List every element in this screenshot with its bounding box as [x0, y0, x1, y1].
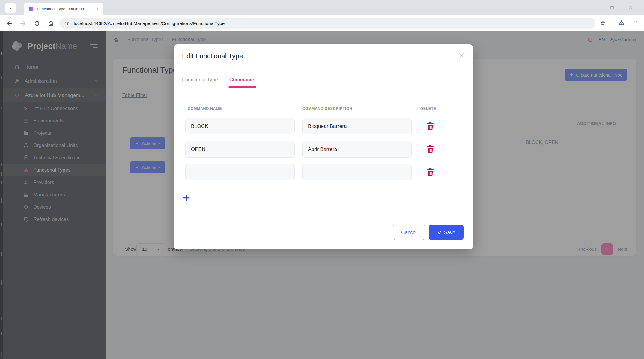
chevron-down-icon	[8, 6, 13, 11]
home-icon	[47, 20, 54, 27]
extension-logo-icon	[618, 19, 625, 27]
reload-icon	[34, 20, 40, 27]
arrow-left-icon	[6, 20, 13, 27]
window-maximize-button[interactable]	[603, 0, 621, 15]
modal-tabs: Functional Type Commands	[182, 77, 255, 83]
command-description-input[interactable]	[302, 118, 412, 134]
browser-tab-strip: Functional Type | IotDemo	[0, 0, 644, 15]
row-divider	[180, 184, 461, 184]
window-close-button[interactable]	[621, 0, 640, 15]
tab-functional-type[interactable]: Functional Type	[182, 77, 218, 83]
modal-title: Edit Functional Type	[182, 52, 243, 60]
check-icon	[437, 230, 442, 235]
edit-functional-type-modal: Edit Functional Type Functional Type Com…	[174, 44, 473, 249]
trash-icon	[426, 122, 435, 131]
trash-icon	[426, 167, 435, 177]
command-name-input[interactable]	[185, 118, 295, 134]
page: ProjectName Home Administration Azure Io…	[0, 31, 644, 359]
site-info-icon	[64, 20, 70, 26]
close-icon	[628, 5, 633, 10]
command-description-input[interactable]	[302, 164, 412, 180]
url-text: localhost:44382/AzureIotHubManagement/Co…	[74, 18, 225, 29]
row-divider	[180, 161, 461, 161]
arrow-right-icon	[19, 20, 27, 27]
column-header-command-name: COMMAND NAME	[188, 107, 222, 111]
new-tab-button[interactable]	[109, 4, 116, 11]
address-bar[interactable]: localhost:44382/AzureIotHubManagement/Co…	[59, 18, 595, 29]
cancel-button[interactable]: Cancel	[393, 225, 425, 240]
command-name-input[interactable]	[185, 141, 295, 158]
delete-row-button[interactable]	[426, 145, 435, 154]
close-icon	[458, 52, 465, 59]
home-button[interactable]	[46, 18, 56, 29]
minimize-icon	[591, 5, 596, 10]
tab-close-button[interactable]	[95, 7, 100, 11]
browser-menu-button[interactable]	[634, 20, 640, 27]
plus-icon	[109, 5, 115, 11]
browser-tab[interactable]: Functional Type | IotDemo	[24, 3, 103, 15]
tab-title: Functional Type | IotDemo	[37, 3, 90, 15]
favicon-icon	[28, 6, 34, 12]
star-icon	[600, 20, 606, 26]
forward-button[interactable]	[18, 18, 28, 29]
kebab-menu-icon	[634, 20, 640, 27]
tab-search-button[interactable]	[5, 3, 16, 13]
window-controls	[584, 0, 640, 15]
bookmark-star-button[interactable]	[600, 20, 606, 26]
reload-button[interactable]	[32, 18, 42, 29]
command-name-input[interactable]	[185, 164, 295, 180]
save-button-label: Save	[444, 230, 455, 235]
column-header-command-description: COMMAND DESCRIPTION	[302, 107, 352, 111]
plus-icon	[183, 194, 190, 201]
back-button[interactable]	[4, 18, 14, 29]
add-command-row-button[interactable]	[183, 194, 190, 201]
delete-row-button[interactable]	[426, 122, 435, 131]
row-divider	[180, 138, 461, 138]
delete-row-button[interactable]	[426, 167, 435, 177]
browser-extension-icon[interactable]	[618, 19, 625, 27]
maximize-icon	[610, 5, 614, 10]
command-description-input[interactable]	[302, 141, 412, 158]
close-icon	[95, 7, 100, 11]
modal-close-button[interactable]	[457, 51, 466, 59]
column-header-delete: DELETE	[420, 107, 436, 111]
save-button[interactable]: Save	[429, 225, 464, 240]
table-header-divider	[185, 114, 464, 114]
trash-icon	[426, 145, 435, 154]
tab-commands[interactable]: Commands	[229, 77, 255, 83]
browser-toolbar: localhost:44382/AzureIotHubManagement/Co…	[0, 15, 644, 31]
window-minimize-button[interactable]	[584, 0, 603, 15]
